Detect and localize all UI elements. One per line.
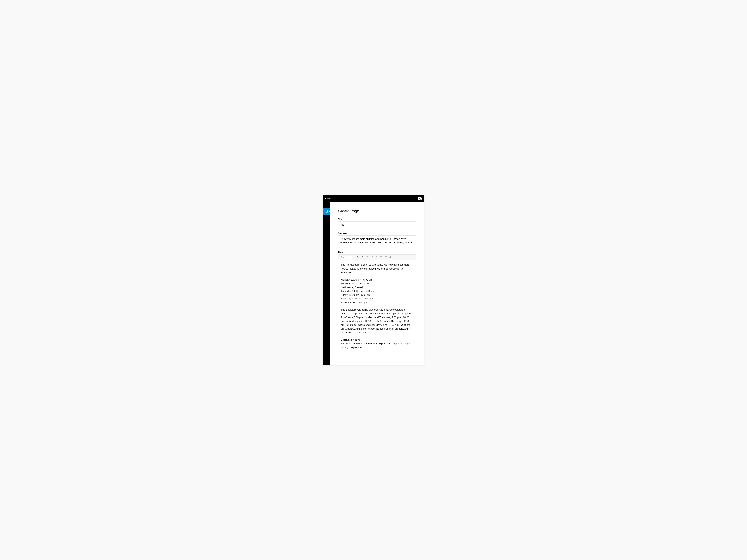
numbered-list-icon bbox=[370, 256, 373, 259]
format-dropdown-label: Format bbox=[341, 256, 347, 259]
bold-button[interactable] bbox=[356, 255, 360, 259]
rich-editor: Format ▾ bbox=[338, 254, 416, 353]
hours-line: Wednesday Closed bbox=[341, 286, 413, 289]
body-editor[interactable]: The Art Museum is open to everyone. We n… bbox=[338, 260, 416, 353]
chevron-down-icon: ▾ bbox=[349, 257, 349, 258]
summary-label: Summary bbox=[338, 232, 416, 234]
sidebar bbox=[323, 202, 330, 365]
main-panel: Create Page Title Summary Body Format bbox=[330, 202, 424, 365]
field-title: Title bbox=[338, 218, 416, 228]
user-avatar[interactable] bbox=[418, 196, 422, 201]
hours-line: Thursday 10:00 am - 5:00 pm bbox=[341, 289, 413, 293]
user-icon bbox=[419, 197, 421, 200]
field-body: Body Format ▾ bbox=[338, 251, 416, 353]
bullet-list-button[interactable] bbox=[365, 255, 369, 259]
brand: CMS bbox=[325, 197, 331, 200]
align-center-button[interactable] bbox=[379, 255, 383, 259]
toolbar-separator bbox=[354, 256, 354, 259]
editor-toolbar: Format ▾ bbox=[338, 255, 416, 260]
align-left-icon bbox=[375, 256, 378, 259]
svg-line-3 bbox=[362, 257, 363, 258]
extended-hours-heading: Extended hours bbox=[341, 338, 413, 342]
italic-icon bbox=[361, 256, 364, 259]
blank-line bbox=[341, 304, 413, 308]
format-dropdown[interactable]: Format ▾ bbox=[340, 256, 353, 259]
body-paragraph: The Museum will be open until 8:00 pm on… bbox=[341, 342, 413, 349]
bullet-list-icon bbox=[366, 256, 368, 259]
body-paragraph: The Sculpture Garden is also open. It fe… bbox=[341, 308, 413, 335]
body-paragraph: The Art Museum is open to everyone. We n… bbox=[341, 263, 413, 274]
align-right-icon bbox=[385, 256, 387, 259]
svg-point-0 bbox=[419, 198, 420, 198]
align-left-button[interactable] bbox=[375, 255, 378, 259]
title-label: Title bbox=[338, 218, 416, 220]
blank-line bbox=[341, 274, 413, 278]
hours-line: Tuesday 10:00 am - 5:00 pm bbox=[341, 282, 413, 286]
align-right-button[interactable] bbox=[384, 255, 388, 259]
page-title: Create Page bbox=[338, 209, 416, 213]
document-icon bbox=[325, 210, 328, 213]
summary-input[interactable] bbox=[338, 236, 416, 246]
italic-button[interactable] bbox=[360, 255, 364, 259]
align-center-icon bbox=[380, 256, 382, 259]
body-label: Body bbox=[338, 251, 416, 253]
sidebar-item-pages[interactable] bbox=[323, 208, 330, 215]
hours-line: Monday 10:00 am - 5:00 pm bbox=[341, 278, 413, 282]
hours-line: Saturday 10:00 am - 5:00 pm bbox=[341, 297, 413, 301]
app-window: CMS Create Page Title S bbox=[323, 195, 424, 365]
numbered-list-button[interactable] bbox=[370, 255, 374, 259]
hours-line: Sunday Noon - 5:00 pm bbox=[341, 301, 413, 304]
shell: Create Page Title Summary Body Format bbox=[323, 202, 424, 365]
link-button[interactable] bbox=[388, 255, 392, 259]
link-icon bbox=[389, 256, 392, 259]
blank-line bbox=[341, 335, 413, 338]
hours-line: Friday 10:00 am - 5:00 pm bbox=[341, 293, 413, 297]
field-summary: Summary bbox=[338, 232, 416, 247]
bold-icon bbox=[357, 256, 359, 259]
title-input[interactable] bbox=[338, 221, 416, 228]
topbar: CMS bbox=[323, 195, 424, 202]
